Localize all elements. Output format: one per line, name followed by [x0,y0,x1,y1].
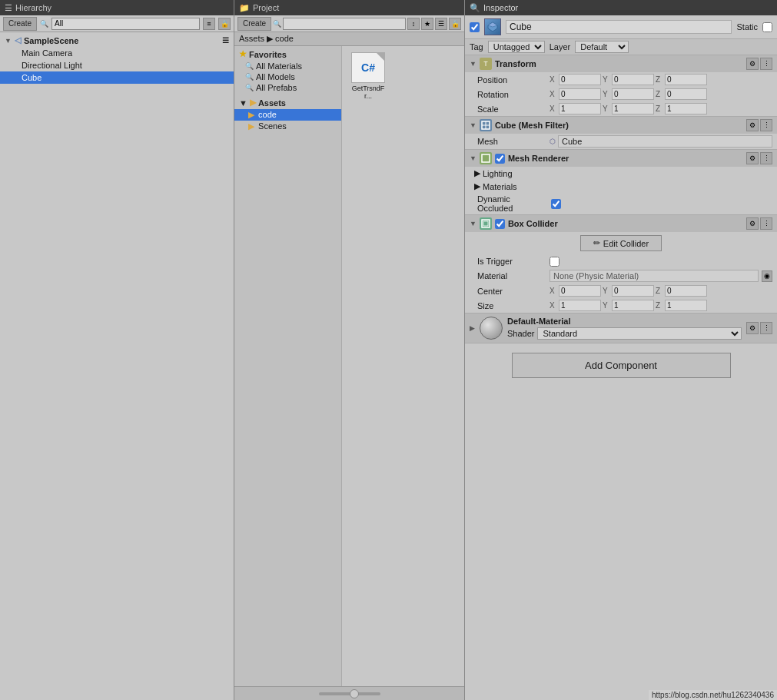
svg-rect-7 [483,221,488,226]
box-collider-icon [480,217,492,230]
hierarchy-create-button[interactable]: Create [3,17,37,31]
mesh-field-row: Mesh ⬡ Cube [465,134,777,149]
transform-overflow-button[interactable]: ⋮ [760,58,772,70]
hierarchy-item-cube[interactable]: Cube [0,71,234,84]
project-header: 📁 Project [234,0,464,15]
center-z-input[interactable]: 0 [665,285,707,297]
hierarchy-add-icon[interactable]: ☰ [222,36,229,45]
hierarchy-lock-button[interactable]: 🔒 [218,18,231,30]
add-component-button[interactable]: Add Component [512,353,731,378]
transform-settings-button[interactable]: ⚙ [746,58,759,70]
edit-collider-button[interactable]: ✏ Edit Collider [580,235,662,251]
materials-row[interactable]: ▶ Materials [465,180,777,193]
tag-select[interactable]: Untagged [488,41,545,53]
favorites-section-header: ★ Favorites [234,48,341,61]
fav-all-materials[interactable]: 🔍 All Materials [234,61,341,71]
rotation-x-input[interactable]: 0 [559,88,601,100]
project-search-input[interactable] [283,18,406,30]
hierarchy-toolbar: Create 🔍 ≡ 🔒 [0,15,234,32]
tag-layer-row: Tag Untagged Layer Default [465,39,777,55]
mesh-renderer-overflow-button[interactable]: ⋮ [760,152,772,164]
size-z-label: Z [656,301,663,310]
obj-name-input[interactable]: Cube [506,20,732,34]
favorites-label: Favorites [249,50,287,59]
scene-arrow-icon: ▼ [5,37,12,45]
inspector-panel: 🔍 Inspector Cube Static Tag Untagged Lay… [465,0,777,700]
position-z-input[interactable]: 0 [665,74,707,85]
inspector-icon: 🔍 [470,3,480,13]
mesh-renderer-icon [480,152,492,164]
center-x-input[interactable]: 0 [559,285,601,297]
box-collider-enable-checkbox[interactable] [495,219,505,229]
project-icon: 📁 [239,3,250,13]
box-collider-overflow-button[interactable]: ⋮ [760,217,772,230]
box-collider-header[interactable]: ▼ Box Collider ⚙ ⋮ [465,215,777,232]
center-y-input[interactable]: 0 [612,285,654,297]
position-x-input[interactable]: 0 [559,74,601,85]
mesh-filter-settings-button[interactable]: ⚙ [746,119,759,131]
hierarchy-options-button[interactable]: ≡ [203,18,215,30]
hierarchy-header: ☰ Hierarchy [0,0,234,15]
svg-rect-5 [482,154,490,162]
fav-all-prefabs[interactable]: 🔍 All Prefabs [234,82,341,93]
mesh-renderer-settings-button[interactable]: ⚙ [746,152,759,164]
scale-y-label: Y [603,105,610,113]
shader-select[interactable]: Standard [537,327,742,340]
assets-code-folder[interactable]: ▶ code [234,109,341,121]
project-content: ★ Favorites 🔍 All Materials 🔍 All Models… [234,46,464,686]
project-create-button[interactable]: Create [237,17,271,31]
hierarchy-search-input[interactable] [51,18,200,30]
transform-header[interactable]: ▼ T Transform ⚙ ⋮ [465,55,777,72]
material-overflow-button[interactable]: ⋮ [760,322,772,334]
lighting-row[interactable]: ▶ Lighting [465,167,777,180]
hierarchy-title: Hierarchy [15,3,51,12]
scale-y-input[interactable]: 1 [612,103,654,114]
mesh-filter-header[interactable]: ▼ Cube (Mesh Filter) ⚙ ⋮ [465,117,777,134]
center-x-label: X [550,287,557,295]
project-bottom-bar [234,686,464,700]
mesh-renderer-component: ▼ Mesh Renderer ⚙ ⋮ ▶ Lighting [465,150,777,215]
rotation-z-input[interactable]: 0 [665,88,707,100]
project-toolbar: Create 🔍 ↕ ★ ☰ 🔒 [234,15,464,32]
project-search-icon: 🔍 [273,20,281,28]
obj-active-checkbox[interactable] [470,22,480,32]
box-collider-settings-button[interactable]: ⚙ [746,217,759,230]
rotation-y-input[interactable]: 0 [612,88,654,100]
dynamic-occluded-checkbox[interactable] [551,199,561,209]
size-y-input[interactable]: 1 [612,300,654,311]
scale-x-input[interactable]: 1 [559,103,601,114]
rot-y-label: Y [603,90,610,98]
project-zoom-slider[interactable] [319,692,380,695]
project-title: Project [253,3,279,12]
hierarchy-scene[interactable]: ▼ ◁ SampleScene ☰ [0,34,234,47]
static-checkbox[interactable] [762,22,772,32]
size-z-input[interactable]: 1 [665,300,707,311]
scale-z-input[interactable]: 1 [665,103,707,114]
cs-file-item[interactable]: C# GetTrsndFr... [345,49,391,103]
assets-folder-header[interactable]: ▼ ▶ Assets [234,96,341,109]
size-x-input[interactable]: 1 [559,300,601,311]
hierarchy-item-main-camera[interactable]: Main Camera [0,47,234,59]
assets-scenes-folder[interactable]: ▶ Scenes [234,121,341,132]
fav-all-models[interactable]: 🔍 All Models [234,71,341,82]
project-option2-button[interactable]: ★ [421,18,433,30]
dynamic-occluded-row: Dynamic Occluded [465,193,777,214]
position-y-input[interactable]: 0 [612,74,654,85]
collider-material-browse-button[interactable]: ◉ [762,270,772,282]
mesh-renderer-arrow-icon: ▼ [470,154,476,162]
project-lock-button[interactable]: 🔒 [449,18,461,30]
hierarchy-item-label: Cube [22,73,42,82]
folder-arrow-icon: ▼ [239,98,247,108]
layer-select[interactable]: Default [575,41,629,53]
mesh-renderer-enable-checkbox[interactable] [495,154,505,164]
shader-label: Shader [507,329,534,338]
search-icon: 🔍 [40,20,48,28]
project-option1-button[interactable]: ↕ [407,18,420,30]
material-settings-button[interactable]: ⚙ [746,322,759,334]
rot-z-label: Z [656,90,663,98]
is-trigger-checkbox[interactable] [550,257,560,267]
project-option3-button[interactable]: ☰ [435,18,447,30]
mesh-filter-overflow-button[interactable]: ⋮ [760,119,772,131]
hierarchy-item-directional-light[interactable]: Directional Light [0,59,234,71]
mesh-renderer-header[interactable]: ▼ Mesh Renderer ⚙ ⋮ [465,150,777,167]
